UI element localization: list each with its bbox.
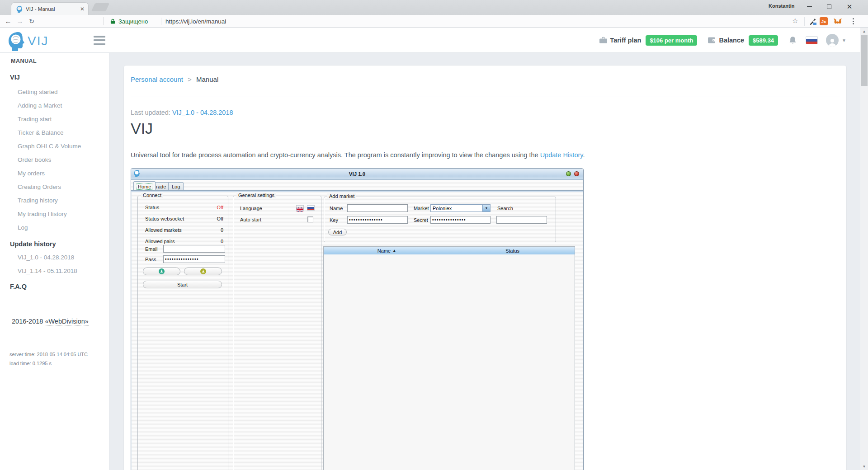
sidebar-item-vij-1-0[interactable]: VIJ_1.0 - 04.28.2018 <box>0 251 109 264</box>
pass-input[interactable] <box>163 255 225 263</box>
language-flag-russia[interactable] <box>806 36 818 44</box>
key-input[interactable] <box>347 216 408 224</box>
load-time: load time: 0.1295 s <box>9 361 52 366</box>
general-settings-panel: General settings Language Auto start <box>233 196 321 470</box>
logo-head-icon <box>6 31 25 51</box>
autostart-checkbox[interactable] <box>307 216 313 222</box>
column-header-name[interactable]: Name ▲ <box>324 247 450 254</box>
browser-tab[interactable]: VIJ - Manual ✕ <box>11 2 89 15</box>
forward-button[interactable]: → <box>14 15 25 27</box>
user-avatar[interactable] <box>826 34 839 47</box>
chrome-profile-name[interactable]: Konstantin <box>769 3 794 9</box>
column-header-status[interactable]: Status <box>450 247 575 254</box>
omnibox-right-separator <box>804 17 805 26</box>
scrollbar-thumb[interactable] <box>861 35 868 86</box>
market-select-value: Poloniex <box>433 206 452 211</box>
sidebar-group-faq[interactable]: F.A.Q <box>0 280 109 293</box>
vij-app-window: VIJ 1.0 Home Trade Log Connect Status Of… <box>131 168 584 470</box>
webdivision-link[interactable]: «WebDivision» <box>45 318 88 325</box>
copyright-years: 2016-2018 <box>12 318 43 325</box>
sidebar-item-log[interactable]: Log <box>0 221 109 235</box>
sidebar: MANUAL VIJ Getting started Adding a Mark… <box>0 53 109 470</box>
add-button[interactable]: Add <box>328 229 347 235</box>
window-close-button[interactable]: ✕ <box>844 0 855 14</box>
column-name-label: Name <box>377 248 391 254</box>
sidebar-item-getting-started[interactable]: Getting started <box>0 85 109 99</box>
site-logo[interactable]: VIJ <box>6 31 48 51</box>
sidebar-item-my-orders[interactable]: My orders <box>0 167 109 180</box>
status-websocket-value: Off <box>217 216 223 221</box>
add-market-title: Add market <box>327 193 356 199</box>
scrollbar-up-arrow-icon[interactable]: ▲ <box>860 28 868 35</box>
sidebar-item-order-books[interactable]: Order books <box>0 153 109 167</box>
intro-text-end: . <box>583 151 585 159</box>
breadcrumb-current: Manual <box>196 75 218 83</box>
sidebar-item-creating-orders[interactable]: Creating Orders <box>0 180 109 194</box>
chrome-menu-icon[interactable] <box>849 17 857 26</box>
sidebar-item-graph-ohlc-volume[interactable]: Graph OHLC & Volume <box>0 140 109 153</box>
sidebar-item-adding-a-market[interactable]: Adding a Market <box>0 99 109 113</box>
market-select-arrow-icon[interactable]: ▼ <box>482 205 490 212</box>
markets-table-body <box>324 254 575 470</box>
connect-load-button-1[interactable] <box>143 268 180 275</box>
server-time: server time: 2018-05-14 04:05 UTC <box>9 352 88 357</box>
market-select[interactable]: Poloniex ▼ <box>430 204 491 212</box>
language-uk-flag-icon[interactable] <box>296 205 304 211</box>
sidebar-item-vij-1-14[interactable]: VIJ_1.14 - 05.11.2018 <box>0 264 109 278</box>
intro-paragraph: Universal tool for trade process automat… <box>131 151 764 159</box>
tab-close-icon[interactable]: ✕ <box>80 6 85 12</box>
app-home-pane: Connect Status Off Status websocket Off … <box>131 192 583 470</box>
sidebar-item-trading-history[interactable]: Trading history <box>0 194 109 207</box>
sidebar-group-vij[interactable]: VIJ <box>0 72 109 82</box>
sidebar-item-trading-start[interactable]: Trading start <box>0 113 109 126</box>
window-maximize-button[interactable] <box>823 0 835 14</box>
page-scrollbar[interactable]: ▲ ▼ <box>860 28 868 470</box>
secret-input[interactable] <box>430 216 491 224</box>
new-tab-button[interactable] <box>91 3 109 11</box>
market-name-input[interactable] <box>347 204 408 212</box>
notifications-bell-icon[interactable] <box>789 36 797 45</box>
allowed-markets-value: 0 <box>221 227 223 233</box>
search-input[interactable] <box>496 216 547 224</box>
security-chip-label[interactable]: Защищено <box>118 18 148 25</box>
breadcrumb-personal-account-link[interactable]: Personal account <box>131 75 183 83</box>
reload-button[interactable]: ↻ <box>26 15 37 27</box>
app-tab-home[interactable]: Home <box>133 181 156 190</box>
extension-jx-icon[interactable]: Jx <box>820 17 828 25</box>
address-bar-url[interactable]: https://vij.io/en/manual <box>165 18 226 25</box>
bookmark-star-icon[interactable]: ☆ <box>792 17 798 25</box>
language-ru-flag-icon[interactable] <box>307 205 315 211</box>
copyright: 2016-2018 «WebDivision» <box>12 318 89 325</box>
hamburger-menu-icon[interactable] <box>94 36 105 45</box>
app-tabstrip: Home Trade Log <box>131 180 583 191</box>
sidebar-item-ticker-balance[interactable]: Ticker & Balance <box>0 126 109 140</box>
secret-label: Secret <box>414 217 428 223</box>
extension-metamask-icon[interactable] <box>834 17 842 25</box>
scrollbar-down-arrow-icon[interactable]: ▼ <box>860 463 868 470</box>
connect-load-button-2[interactable] <box>184 268 222 275</box>
sidebar-group-update-history[interactable]: Update history <box>0 237 109 251</box>
update-history-link[interactable]: Update History <box>540 151 583 159</box>
app-window-title: VIJ 1.0 <box>131 171 583 177</box>
extension-colorpicker-icon[interactable] <box>809 17 817 25</box>
connect-panel-title: Connect <box>141 193 163 198</box>
balance-label[interactable]: Balance <box>719 37 744 44</box>
start-button[interactable]: Start <box>143 281 222 288</box>
window-minimize-button[interactable] <box>803 0 815 14</box>
email-input[interactable] <box>163 245 225 253</box>
app-close-orb-icon[interactable] <box>574 171 579 176</box>
sort-ascending-icon: ▲ <box>392 249 396 253</box>
briefcase-icon <box>599 37 607 44</box>
balance-badge: $589.34 <box>749 35 778 46</box>
wallet-icon <box>708 37 716 44</box>
add-market-panel: Add market Name Market Poloniex ▼ Search… <box>324 197 556 242</box>
tariff-plan-label[interactable]: Tariff plan <box>610 37 641 44</box>
allowed-pairs-value: 0 <box>221 239 223 244</box>
avatar-dropdown-caret-icon[interactable]: ▼ <box>842 38 846 43</box>
app-tab-log[interactable]: Log <box>168 182 184 190</box>
back-button[interactable]: ← <box>3 15 14 27</box>
secure-lock-icon[interactable] <box>110 18 115 26</box>
last-updated-version-link[interactable]: VIJ_1.0 - 04.28.2018 <box>172 109 233 116</box>
sidebar-item-my-trading-history[interactable]: My trading History <box>0 207 109 221</box>
app-minimize-orb-icon[interactable] <box>566 171 571 176</box>
